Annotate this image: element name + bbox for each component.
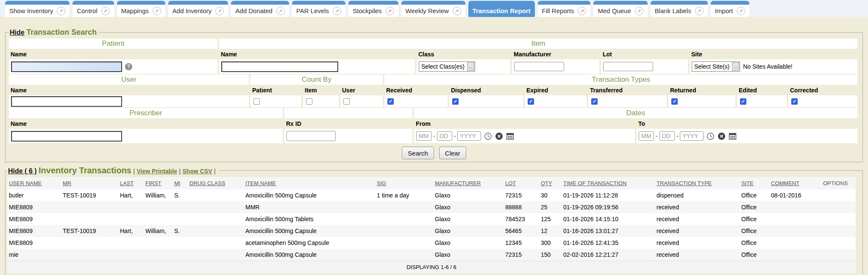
column-label[interactable]: LOT [505,180,516,186]
external-link-icon[interactable]: ↗ [215,7,224,15]
column-header-first[interactable]: FIRST [144,177,172,189]
inventory-transactions-panel: Hide ( 6 ) Inventory Transactions | View… [5,166,863,275]
column-header-item-name[interactable]: ITEM NAME [244,177,375,189]
tab-blank-labels[interactable]: Blank Labels↗ [651,1,708,17]
from-clear-icon[interactable] [495,132,503,140]
tab-show-inventory[interactable]: Show Inventory↗ [5,1,70,17]
column-label[interactable]: MANUFACTURER [435,180,481,186]
external-link-icon[interactable]: ↗ [386,7,394,15]
type-returned-checkbox[interactable]: ✓ [671,98,678,105]
to-calendar-icon[interactable] [729,132,737,140]
column-header-qty[interactable]: QTY [539,177,562,189]
column-header-mi[interactable]: MI [172,177,188,189]
column-label[interactable]: SIG [377,180,386,186]
external-link-icon[interactable]: ↗ [695,7,704,15]
to-month-input[interactable] [639,131,654,141]
lot-input[interactable] [603,62,653,71]
no-sites-note: No Sites Available! [743,63,792,70]
type-dispensed-checkbox[interactable]: ✓ [452,98,459,105]
user-name-input[interactable] [11,96,122,107]
from-day-input[interactable] [437,131,452,141]
tab-body: Blank Labels↗ [651,5,708,17]
tab-import[interactable]: Import↗ [711,1,750,17]
tab-par-levels[interactable]: PAR Levels↗ [292,1,345,17]
type-received-checkbox[interactable]: ✓ [387,98,394,105]
column-label[interactable]: DRUG CLASS [189,180,225,186]
column-header-last[interactable]: LAST [118,177,144,189]
tab-stockpiles[interactable]: Stockpiles↗ [348,1,398,17]
column-label[interactable]: COMMENT [771,180,799,186]
from-month-input[interactable] [416,131,431,141]
tab-fill-reports[interactable]: Fill Reports↗ [538,1,591,17]
view-printable-link[interactable]: View Printable [137,168,177,175]
external-link-icon[interactable]: ↗ [101,7,110,15]
column-label[interactable]: TRANSACTION TYPE [657,180,712,186]
column-header-mr[interactable]: MR [61,177,118,189]
help-icon[interactable]: ? [125,63,132,70]
column-header-site[interactable]: SITE [740,177,769,189]
tab-transaction-report[interactable]: Transaction Report [468,1,535,17]
show-csv-link[interactable]: Show CSV [183,168,212,175]
column-label[interactable]: MR [63,180,71,186]
site-ellipsis-button[interactable]: ... [732,62,739,71]
column-label[interactable]: SITE [741,180,754,186]
manufacturer-input[interactable] [514,62,564,71]
to-day-input[interactable] [659,131,675,141]
type-edited-checkbox[interactable]: ✓ [740,98,746,105]
from-clock-icon[interactable] [484,132,492,140]
column-header-drug-class[interactable]: DRUG CLASS [188,177,244,189]
column-label[interactable]: FIRST [145,180,161,186]
select-classes-button[interactable]: Select Class(es) ... [419,61,475,72]
external-link-icon[interactable]: ↗ [333,7,341,15]
column-header-transaction-type[interactable]: TRANSACTION TYPE [655,177,740,189]
column-label[interactable]: TIME OF TRANSACTION [563,180,626,186]
class-ellipsis-button[interactable]: ... [467,62,474,71]
tab-control[interactable]: Control↗ [72,1,114,17]
column-header-time-of-transaction[interactable]: TIME OF TRANSACTION [562,177,655,189]
count-by-user-checkbox[interactable] [343,98,350,105]
rx-id-input[interactable] [287,131,336,141]
clear-button[interactable]: Clear [439,147,466,159]
from-year-input[interactable] [457,131,481,141]
column-label[interactable]: MI [174,180,180,186]
count-by-patient-checkbox[interactable] [253,98,260,105]
external-link-icon[interactable]: ↗ [635,7,643,15]
type-received-cell: ✓ [384,95,448,107]
hide-search-link[interactable]: Hide [10,29,25,36]
column-header-comment[interactable]: COMMENT [769,177,821,189]
external-link-icon[interactable]: ↗ [737,7,745,15]
external-link-icon[interactable]: ↗ [57,7,65,15]
column-label[interactable]: QTY [541,180,552,186]
item-name-input[interactable] [221,61,338,72]
hide-results-link[interactable]: Hide ( 6 ) [8,167,37,175]
tab-add-donated[interactable]: Add Donated↗ [231,1,289,17]
column-header-user-name[interactable]: USER NAME [7,177,61,189]
cell-drug-class [188,213,244,225]
external-link-icon[interactable]: ↗ [578,7,586,15]
external-link-icon[interactable]: ↗ [453,7,461,15]
external-link-icon[interactable]: ↗ [276,7,285,15]
external-link-icon[interactable]: ↗ [153,7,161,15]
to-clear-icon[interactable] [718,132,726,140]
patient-name-input[interactable] [11,61,122,72]
to-year-input[interactable] [680,131,704,141]
select-sites-button[interactable]: Select Site(s) ... [692,61,740,72]
type-transferred-checkbox[interactable]: ✓ [591,98,598,105]
search-button[interactable]: Search [402,147,434,159]
column-header-sig[interactable]: SIG [375,177,433,189]
tab-add-inventory[interactable]: Add Inventory↗ [168,1,228,17]
column-header-lot[interactable]: LOT [504,177,539,189]
column-label[interactable]: USER NAME [9,180,42,186]
type-expired-checkbox[interactable]: ✓ [528,98,534,105]
column-label[interactable]: ITEM NAME [245,180,276,186]
column-header-manufacturer[interactable]: MANUFACTURER [433,177,504,189]
tab-weekly-review[interactable]: Weekly Review↗ [401,1,465,17]
count-by-item-checkbox[interactable] [306,98,312,105]
tab-mappings[interactable]: Mappings↗ [117,1,165,17]
from-calendar-icon[interactable] [506,132,514,140]
prescriber-name-input[interactable] [11,131,122,142]
to-clock-icon[interactable] [707,132,715,140]
type-corrected-checkbox[interactable]: ✓ [791,98,798,105]
tab-med-queue[interactable]: Med Queue↗ [593,1,647,17]
column-label[interactable]: LAST [120,180,134,186]
